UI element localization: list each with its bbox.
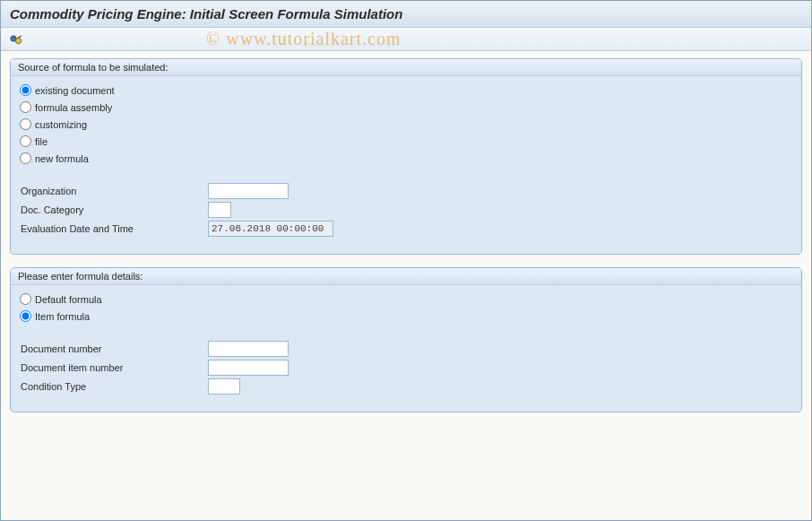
radio-existing-input[interactable] (20, 84, 31, 96)
itemnum-input[interactable] (208, 360, 289, 376)
radio-newformula-input[interactable] (20, 152, 31, 164)
radio-item-input[interactable] (20, 310, 31, 322)
docnum-input[interactable] (208, 341, 289, 357)
field-organization-row: Organization (20, 181, 792, 200)
radio-customizing-label: customizing (35, 119, 87, 130)
field-eval-row: Evaluation Date and Time (20, 219, 792, 238)
group-formula-details: Please enter formula details: Default fo… (10, 267, 802, 412)
organization-input[interactable] (208, 183, 289, 199)
field-doccat-row: Doc. Category (20, 200, 792, 219)
cond-input[interactable] (208, 378, 240, 395)
radio-default-input[interactable] (20, 293, 31, 305)
organization-label: Organization (20, 186, 208, 196)
radio-item-formula[interactable]: Item formula (20, 308, 792, 325)
radio-existing-label: existing document (35, 85, 115, 96)
radio-file[interactable]: file (20, 133, 792, 150)
field-cond-row: Condition Type (20, 377, 792, 395)
field-itemnum-row: Document item number (20, 358, 792, 377)
radio-default-label: Default formula (35, 294, 102, 305)
field-docnum-row: Document number (20, 339, 792, 358)
svg-point-1 (15, 38, 21, 43)
radio-existing-document[interactable]: existing document (20, 82, 792, 99)
radio-assembly-label: formula assembly (35, 102, 112, 113)
eval-input (208, 221, 333, 237)
radio-file-label: file (35, 136, 48, 147)
radio-customizing-input[interactable] (20, 118, 31, 130)
eval-label: Evaluation Date and Time (20, 223, 208, 234)
page-title: Commodity Pricing Engine: Initial Screen… (10, 6, 402, 22)
radio-formula-assembly[interactable]: formula assembly (20, 99, 792, 116)
radio-new-formula[interactable]: new formula (20, 150, 792, 167)
radio-assembly-input[interactable] (20, 101, 31, 113)
execute-icon[interactable] (8, 31, 24, 48)
itemnum-label: Document item number (20, 362, 208, 373)
cond-label: Condition Type (20, 381, 208, 392)
content-area: Source of formula to be simulated: exist… (1, 51, 811, 432)
toolbar (1, 28, 811, 51)
radio-customizing[interactable]: customizing (20, 116, 792, 133)
title-bar: Commodity Pricing Engine: Initial Screen… (1, 1, 811, 28)
group-details-title: Please enter formula details: (11, 268, 801, 285)
doccat-input[interactable] (208, 202, 231, 218)
group-source-title: Source of formula to be simulated: (11, 59, 801, 76)
radio-file-input[interactable] (20, 135, 31, 147)
radio-newformula-label: new formula (35, 153, 89, 164)
docnum-label: Document number (20, 343, 208, 354)
group-source-formula: Source of formula to be simulated: exist… (10, 58, 802, 255)
radio-item-label: Item formula (35, 311, 90, 322)
radio-default-formula[interactable]: Default formula (20, 291, 792, 308)
doccat-label: Doc. Category (20, 204, 208, 215)
